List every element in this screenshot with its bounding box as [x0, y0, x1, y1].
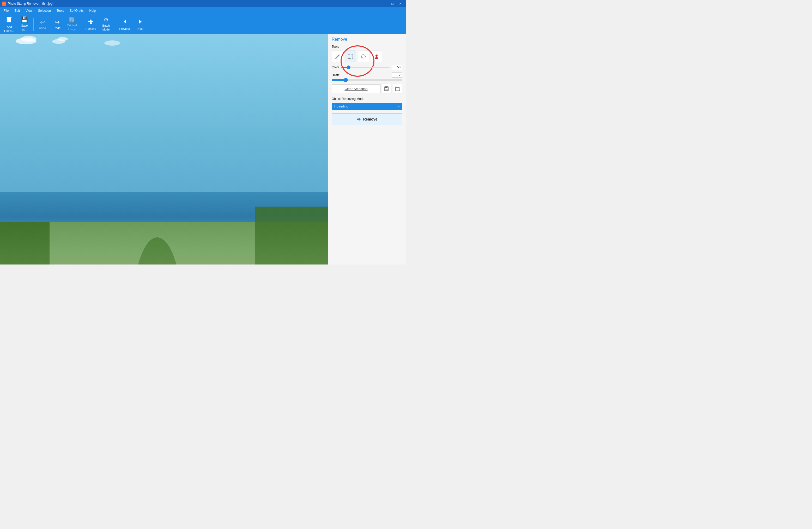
menu-tools[interactable]: Tools [54, 8, 67, 13]
mode-selected: Inpainting [334, 104, 348, 108]
previous-button[interactable]: Previous [117, 16, 133, 33]
original-image-button[interactable]: 🔄 Original Image [65, 16, 79, 33]
beach-layer [0, 222, 328, 264]
sky-layer [0, 34, 328, 207]
add-files-button[interactable]: 📄 Add File(s)... [2, 16, 17, 33]
toolbar-divider-3 [115, 18, 115, 31]
previous-label: Previous [119, 27, 131, 30]
lasso-tool-button[interactable] [358, 51, 369, 62]
next-button[interactable]: Next [133, 16, 147, 33]
title-bar: P Photo Stamp Remover - thin.jpg* — □ ✕ [0, 0, 406, 7]
clear-selection-button[interactable]: Clear Selection [332, 85, 380, 93]
svg-rect-9 [348, 54, 353, 58]
toolbar: 📄 Add File(s)... 💾 Save as... ↩ Undo ↪ R… [0, 14, 406, 34]
svg-rect-4 [88, 22, 93, 22]
previous-icon [121, 18, 128, 26]
svg-marker-7 [124, 19, 126, 24]
save-as-icon: 💾 [21, 17, 28, 23]
batch-mode-icon: ⚙ [103, 17, 109, 23]
save-as-button[interactable]: 💾 Save as... [18, 16, 31, 33]
menu-softorbits[interactable]: SoftOrbits [67, 8, 86, 13]
menu-selection[interactable]: Selection [35, 8, 54, 13]
canvas-area[interactable]: watermark [0, 34, 328, 264]
next-icon [137, 18, 144, 26]
redo-label: Redo [54, 26, 60, 29]
mode-dropdown-container: Inpainting ▼ [332, 103, 402, 110]
svg-rect-12 [375, 58, 378, 59]
close-button[interactable]: ✕ [396, 0, 404, 7]
app-icon: P [2, 2, 6, 6]
mode-dropdown[interactable]: Inpainting ▼ [332, 103, 402, 110]
right-panel: Remove Tools [328, 34, 406, 264]
remove-toolbar-icon [87, 18, 94, 26]
add-files-icon: 📄 [6, 16, 13, 24]
batch-mode-button[interactable]: ⚙ Batch Mode [99, 16, 113, 33]
color-row: Color 50 [332, 65, 402, 70]
menu-view[interactable]: View [23, 8, 35, 13]
svg-rect-14 [386, 87, 388, 88]
dilate-slider-thumb[interactable] [344, 78, 348, 82]
undo-button[interactable]: ↩ Undo [36, 16, 49, 33]
svg-point-10 [376, 55, 378, 57]
minimize-button[interactable]: — [381, 0, 388, 7]
load-selection-button[interactable] [393, 84, 402, 94]
main-content: watermark Remove Tools [0, 34, 406, 264]
svg-point-5 [90, 19, 91, 21]
pencil-tool-button[interactable] [332, 51, 343, 62]
maximize-button[interactable]: □ [389, 0, 396, 7]
color-slider[interactable] [341, 67, 390, 68]
stamp-tool-button[interactable] [371, 51, 382, 62]
action-row: Clear Selection [332, 84, 402, 94]
original-image-label: Original Image [67, 24, 77, 31]
dilate-label: Dilate [332, 73, 340, 77]
object-removing-mode-label: Object Removing Mode [332, 97, 402, 101]
undo-icon: ↩ [40, 19, 45, 25]
color-label: Color [332, 66, 339, 69]
dilate-slider-track[interactable] [332, 79, 402, 81]
dilate-value[interactable]: 2 [392, 72, 402, 78]
panel-title: Remove [332, 37, 402, 42]
redo-button[interactable]: ↪ Redo [50, 16, 64, 33]
next-label: Next [137, 27, 143, 30]
svg-marker-8 [139, 19, 142, 24]
tool-highlight [345, 51, 369, 62]
remove-button[interactable]: ➡ Remove [332, 113, 402, 125]
color-slider-thumb[interactable] [347, 66, 350, 69]
batch-mode-label: Batch Mode [102, 24, 110, 31]
svg-rect-11 [376, 57, 378, 58]
svg-rect-6 [90, 23, 92, 24]
menu-bar: File Edit View Selection Tools SoftOrbit… [0, 7, 406, 14]
add-files-label: Add File(s)... [4, 25, 15, 33]
color-value[interactable]: 50 [392, 65, 402, 70]
rect-selection-tool-button[interactable] [345, 51, 356, 62]
save-as-label: Save as... [21, 24, 28, 31]
dilate-row: Dilate 2 [332, 72, 402, 78]
menu-file[interactable]: File [1, 8, 11, 13]
remove-button-label: Remove [363, 117, 377, 121]
remove-toolbar-label: Remove [86, 27, 96, 30]
original-image-icon: 🔄 [69, 17, 75, 23]
menu-help[interactable]: Help [87, 8, 99, 13]
toolbar-divider-1 [33, 18, 34, 31]
remove-toolbar-button[interactable]: Remove [84, 16, 98, 33]
redo-icon: ↪ [55, 19, 60, 25]
menu-edit[interactable]: Edit [12, 8, 23, 13]
svg-rect-15 [385, 89, 388, 90]
save-selection-button[interactable] [382, 84, 391, 94]
svg-text:📄: 📄 [7, 19, 9, 22]
undo-label: Undo [39, 26, 46, 29]
dropdown-arrow-icon: ▼ [398, 105, 400, 108]
tools-row [332, 51, 402, 62]
window-title: Photo Stamp Remover - thin.jpg* [8, 2, 54, 5]
tools-label: Tools [332, 45, 402, 48]
svg-rect-18 [395, 87, 397, 88]
remove-section: Remove Tools [328, 34, 406, 128]
remove-arrow-icon: ➡ [357, 116, 361, 122]
